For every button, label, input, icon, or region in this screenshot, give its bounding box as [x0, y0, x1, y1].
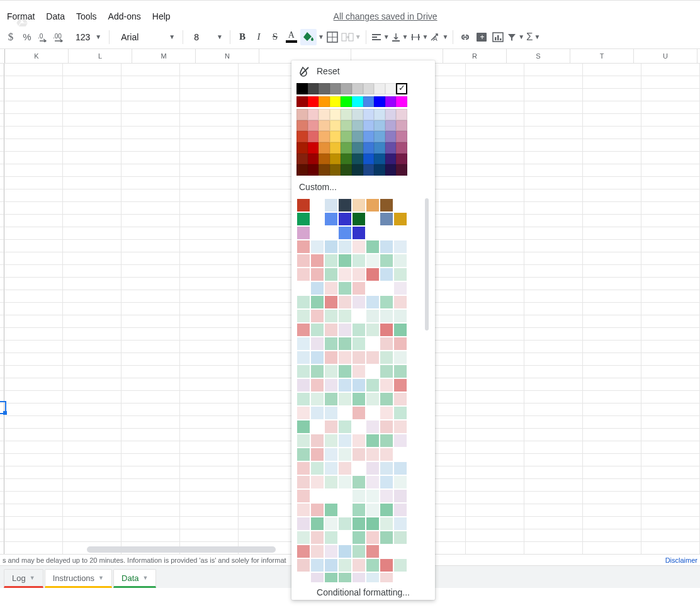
grid-cell[interactable] — [63, 529, 121, 542]
grid-cell[interactable] — [180, 529, 239, 542]
grid-cell[interactable] — [63, 466, 121, 479]
custom-color-swatch[interactable] — [352, 448, 366, 461]
custom-color-swatch[interactable] — [380, 309, 393, 323]
grid-cell[interactable] — [121, 164, 180, 177]
custom-color-swatch[interactable] — [380, 378, 393, 392]
color-swatch[interactable] — [319, 131, 330, 142]
color-swatch[interactable] — [352, 154, 363, 165]
grid-cell[interactable] — [4, 504, 63, 517]
grid-cell[interactable] — [583, 265, 641, 278]
grid-cell[interactable] — [180, 315, 239, 328]
grid-cell[interactable] — [4, 127, 63, 139]
color-swatch[interactable] — [374, 131, 385, 142]
custom-color-swatch[interactable] — [393, 434, 407, 448]
grid-cell[interactable] — [180, 454, 239, 466]
color-swatch[interactable] — [296, 142, 308, 154]
color-swatch[interactable] — [396, 109, 407, 120]
custom-color-swatch[interactable] — [338, 351, 352, 364]
color-swatch[interactable] — [341, 120, 352, 132]
grid-cell[interactable] — [641, 429, 700, 441]
color-swatch[interactable] — [308, 83, 319, 94]
custom-color-swatch[interactable] — [393, 489, 407, 503]
custom-color-swatch[interactable] — [310, 517, 324, 531]
color-swatch[interactable] — [396, 96, 407, 108]
grid-cell[interactable] — [524, 403, 583, 416]
grid-cell[interactable] — [466, 391, 524, 403]
grid-cell[interactable] — [466, 164, 524, 177]
grid-cell[interactable] — [524, 101, 583, 114]
custom-color-swatch[interactable] — [338, 461, 352, 475]
custom-color-swatch[interactable] — [324, 420, 338, 434]
chart-btn[interactable] — [490, 29, 505, 45]
grid-cell[interactable] — [4, 403, 63, 416]
custom-color-swatch[interactable] — [296, 503, 310, 517]
custom-color-swatch[interactable] — [393, 309, 407, 323]
custom-color-swatch[interactable] — [380, 323, 393, 337]
grid-cell[interactable] — [180, 240, 239, 252]
grid-cell[interactable] — [583, 454, 641, 466]
grid-cell[interactable] — [4, 64, 63, 76]
grid-cell[interactable] — [63, 429, 121, 441]
custom-color-swatch[interactable] — [296, 475, 310, 489]
color-swatch[interactable] — [330, 142, 341, 154]
grid-cell[interactable] — [63, 76, 121, 89]
custom-color-swatch[interactable] — [324, 240, 338, 254]
grid-cell[interactable] — [466, 89, 524, 101]
custom-color-swatch[interactable] — [324, 489, 338, 503]
grid-cell[interactable] — [4, 303, 63, 315]
grid-cell[interactable] — [641, 278, 700, 290]
grid-cell[interactable] — [63, 479, 121, 492]
grid-cell[interactable] — [524, 152, 583, 164]
custom-color-swatch[interactable] — [366, 448, 380, 461]
color-swatch[interactable] — [308, 154, 319, 165]
grid-cell[interactable] — [121, 189, 180, 202]
grid-cell[interactable] — [524, 76, 583, 89]
grid-cell[interactable] — [466, 529, 524, 542]
custom-color-swatch[interactable] — [393, 254, 407, 268]
grid-cell[interactable] — [524, 290, 583, 303]
color-swatch[interactable] — [296, 154, 308, 165]
color-swatch[interactable] — [363, 120, 375, 132]
color-swatch[interactable] — [374, 109, 385, 120]
grid-cell[interactable] — [524, 416, 583, 429]
color-swatch[interactable] — [385, 154, 397, 165]
grid-cell[interactable] — [121, 101, 180, 114]
grid-cell[interactable] — [583, 529, 641, 542]
custom-color-swatch[interactable] — [393, 448, 407, 461]
grid-cell[interactable] — [466, 353, 524, 366]
grid-cell[interactable] — [4, 441, 63, 454]
custom-color-swatch[interactable] — [366, 572, 380, 582]
color-swatch[interactable] — [396, 120, 407, 132]
custom-color-swatch[interactable] — [393, 406, 407, 420]
grid-cell[interactable] — [63, 152, 121, 164]
grid-cell[interactable] — [121, 378, 180, 391]
grid-cell[interactable] — [641, 416, 700, 429]
color-swatch[interactable] — [363, 96, 375, 108]
grid-cell[interactable] — [121, 416, 180, 429]
grid-cell[interactable] — [524, 391, 583, 403]
grid-cell[interactable] — [641, 466, 700, 479]
custom-color-swatch[interactable] — [324, 503, 338, 517]
grid-cell[interactable] — [4, 101, 63, 114]
grid-cell[interactable] — [524, 64, 583, 76]
grid-cell[interactable] — [641, 265, 700, 278]
custom-color-swatch[interactable] — [393, 268, 407, 281]
custom-color-swatch[interactable] — [352, 461, 366, 475]
grid-cell[interactable] — [641, 164, 700, 177]
grid-cell[interactable] — [641, 454, 700, 466]
grid-cell[interactable] — [641, 403, 700, 416]
custom-color-swatch[interactable] — [366, 281, 380, 295]
grid-cell[interactable] — [583, 504, 641, 517]
grid-cell[interactable] — [121, 403, 180, 416]
grid-cell[interactable] — [466, 416, 524, 429]
grid-cell[interactable] — [524, 139, 583, 152]
custom-color-swatch[interactable] — [338, 281, 352, 295]
menu-help[interactable]: Help — [147, 9, 176, 23]
custom-color-swatch[interactable] — [393, 503, 407, 517]
grid-cell[interactable] — [583, 177, 641, 189]
grid-cell[interactable] — [63, 315, 121, 328]
grid-cell[interactable] — [63, 303, 121, 315]
grid-cell[interactable] — [63, 492, 121, 504]
grid-cell[interactable] — [466, 278, 524, 290]
grid-cell[interactable] — [63, 265, 121, 278]
